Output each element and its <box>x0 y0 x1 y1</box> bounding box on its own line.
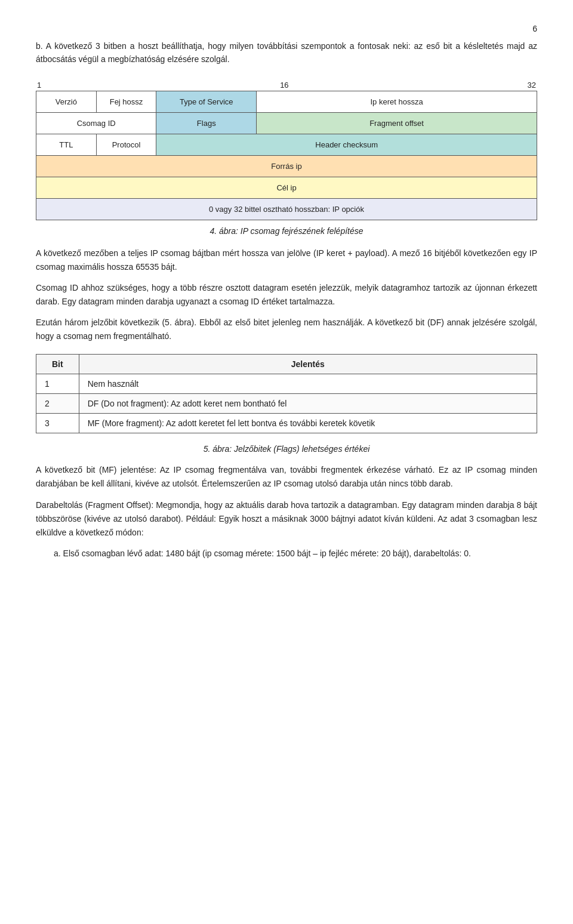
label-32: 32 <box>528 81 536 90</box>
cell-flags: Flags <box>156 112 257 134</box>
bit-table-row: 2DF (Do not fragment): Az adott keret ne… <box>36 394 537 414</box>
bit-table: Bit Jelentés 1Nem használt2DF (Do not fr… <box>36 354 537 433</box>
diagram-row-2: Csomag ID Flags Fragment offset <box>36 112 537 134</box>
bit-cell: 2 <box>36 394 79 414</box>
body-paragraph-4: A következő bit (MF) jelentése: Az IP cs… <box>36 463 537 491</box>
diagram-table: Verzió Fej hossz Type of Service Ip kere… <box>36 91 537 220</box>
cell-forras-ip: Forrás ip <box>36 155 537 177</box>
page-number: 6 <box>36 24 537 33</box>
bit-table-header-jelentes: Jelentés <box>79 355 537 374</box>
cell-cel-ip: Cél ip <box>36 177 537 198</box>
bit-cell: 3 <box>36 414 79 433</box>
bit-table-header-bit: Bit <box>36 355 79 374</box>
diagram-row-4: Forrás ip <box>36 155 537 177</box>
cell-verzio: Verzió <box>36 91 97 112</box>
cell-header-checksum: Header checksum <box>156 134 537 155</box>
bit-table-header-row: Bit Jelentés <box>36 355 537 374</box>
bit-table-row: 3MF (More fragment): Az adott keretet fe… <box>36 414 537 433</box>
diagram-row-5: Cél ip <box>36 177 537 198</box>
label-16: 16 <box>280 81 288 90</box>
label-1: 1 <box>37 81 41 90</box>
diagram-caption: 4. ábra: IP csomag fejrészének felépítés… <box>36 226 537 236</box>
cell-ip-opciok: 0 vagy 32 bittel osztható hosszban: IP o… <box>36 198 537 220</box>
diagram-row-6: 0 vagy 32 bittel osztható hosszban: IP o… <box>36 198 537 220</box>
cell-fragment-offset: Fragment offset <box>257 112 537 134</box>
cell-ttl: TTL <box>36 134 97 155</box>
body-paragraph-2: Csomag ID ahhoz szükséges, hogy a több r… <box>36 281 537 309</box>
cell-type-of-service: Type of Service <box>156 91 257 112</box>
cell-csomag-id: Csomag ID <box>36 112 156 134</box>
cell-protocol: Protocol <box>96 134 156 155</box>
diagram-row-3: TTL Protocol Header checksum <box>36 134 537 155</box>
bit-cell: 1 <box>36 374 79 394</box>
cell-fej-hossz: Fej hossz <box>96 91 156 112</box>
body-paragraph-5: Darabeltolás (Fragment Offset): Megmondj… <box>36 498 537 540</box>
diagram-labels: 1 16 32 <box>36 81 537 90</box>
body-paragraph-3: Ezután három jelzőbit következik (5. ábr… <box>36 316 537 343</box>
cell-ip-keret-hossza: Ip keret hossza <box>257 91 537 112</box>
jelentes-cell: MF (More fragment): Az adott keretet fel… <box>79 414 537 433</box>
body-paragraph-6: a. Első csomagban lévő adat: 1480 bájt (… <box>36 547 537 560</box>
ip-header-diagram: 1 16 32 Verzió Fej hossz Type of Service… <box>36 81 537 220</box>
bit-table-row: 1Nem használt <box>36 374 537 394</box>
body-paragraph-1: A következő mezőben a teljes IP csomag b… <box>36 247 537 274</box>
jelentes-cell: DF (Do not fragment): Az adott keret nem… <box>79 394 537 414</box>
jelentes-cell: Nem használt <box>79 374 537 394</box>
intro-paragraph: b. A következő 3 bitben a hoszt beállíth… <box>36 39 537 66</box>
bit-table-caption: 5. ábra: Jelzőbitek (Flags) lehetséges é… <box>36 444 537 454</box>
diagram-row-1: Verzió Fej hossz Type of Service Ip kere… <box>36 91 537 112</box>
